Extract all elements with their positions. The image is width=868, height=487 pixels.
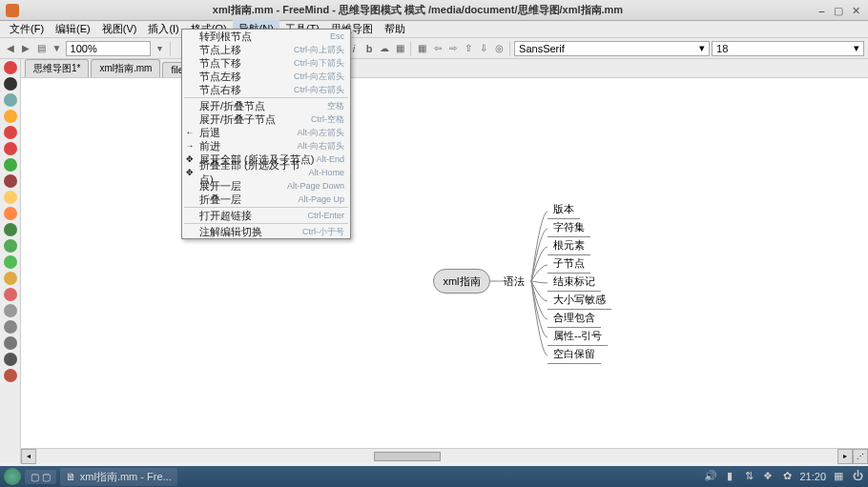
arrow-up-icon[interactable]: ⇧ <box>462 41 475 56</box>
resize-grip-icon[interactable]: ⋰ <box>853 449 868 464</box>
menu-item-shortcut: Alt-向右箭头 <box>298 140 345 152</box>
zoom-combo[interactable]: 100% <box>66 41 152 56</box>
color-icon[interactable]: ▦ <box>393 41 406 56</box>
menu-item-0-2[interactable]: 节点下移Ctrl-向下箭头 <box>182 56 350 70</box>
child-node-0[interactable]: 版本 <box>548 200 580 219</box>
menu-item-1-3[interactable]: →前进Alt-向右箭头 <box>182 139 350 152</box>
minimize-icon[interactable]: ‒ <box>815 4 828 17</box>
menu-item-0-0[interactable]: 转到根节点Esc <box>182 30 350 43</box>
horizontal-scrollbar[interactable]: ◂ ▸ ⋰ <box>21 448 868 463</box>
palette-icon-12[interactable] <box>4 255 17 269</box>
menu-item-label: 打开超链接 <box>199 209 307 223</box>
font-name-combo[interactable]: SansSerif▾ <box>514 41 710 56</box>
menu-8[interactable]: 帮助 <box>379 20 411 38</box>
palette-icon-13[interactable] <box>4 272 17 285</box>
tab-1[interactable]: xml指南.mm <box>91 59 160 77</box>
center-icon[interactable]: ◎ <box>492 41 506 56</box>
menu-item-3-0[interactable]: 注解编辑切换Ctrl-小于号 <box>182 225 350 238</box>
zoom-drop-icon[interactable]: ▾ <box>153 41 166 56</box>
menu-item-shortcut: Ctrl-向上箭头 <box>294 44 344 56</box>
menu-item-1-5[interactable]: ✥折叠全部 (所选及子节点)Alt-Home <box>182 166 350 179</box>
palette-icon-15[interactable] <box>4 304 17 317</box>
menu-item-1-1[interactable]: 展开/折叠子节点Ctrl-空格 <box>182 112 350 126</box>
menu-2[interactable]: 视图(V) <box>96 20 143 38</box>
menu-item-label: 节点上移 <box>199 43 294 57</box>
palette-icon-18[interactable] <box>4 353 17 366</box>
menu-item-shortcut: Alt-Page Up <box>298 194 344 204</box>
menu-item-1-6[interactable]: 展开一层Alt-Page Down <box>182 179 350 193</box>
child-node-1[interactable]: 字符集 <box>548 218 590 237</box>
menu-item-0-3[interactable]: 节点左移Ctrl-向左箭头 <box>182 70 350 83</box>
child-node-3[interactable]: 子节点 <box>548 254 590 274</box>
palette-icon-16[interactable] <box>4 320 17 334</box>
branch-label[interactable]: 语法 <box>504 274 525 289</box>
app-logo-icon <box>6 4 19 17</box>
menu-0[interactable]: 文件(F) <box>4 20 50 38</box>
palette-icon-2[interactable] <box>4 93 17 107</box>
palette-icon-14[interactable] <box>4 288 17 301</box>
arrow-left-icon[interactable]: ⇦ <box>430 41 444 56</box>
child-node-2[interactable]: 根元素 <box>548 236 590 255</box>
palette-icon-19[interactable] <box>4 369 17 382</box>
palette-icon-3[interactable] <box>4 110 17 123</box>
child-node-4[interactable]: 结束标记 <box>548 273 601 292</box>
network-icon[interactable]: ⇅ <box>742 470 755 483</box>
menu-item-1-7[interactable]: 折叠一层Alt-Page Up <box>182 193 350 206</box>
menu-item-0-4[interactable]: 节点右移Ctrl-向右箭头 <box>182 83 350 96</box>
sound-icon[interactable]: 🔊 <box>704 470 717 483</box>
palette-icon-11[interactable] <box>4 239 17 253</box>
palette-icon-0[interactable] <box>4 61 17 74</box>
palette-icon-4[interactable] <box>4 126 17 139</box>
battery-icon[interactable]: ▮ <box>723 470 736 483</box>
palette-icon-6[interactable] <box>4 158 17 172</box>
calendar-icon[interactable]: ▦ <box>832 470 845 483</box>
maximize-icon[interactable]: ▢ <box>832 4 845 17</box>
doc-icon[interactable]: ▤ <box>34 41 48 56</box>
filter-icon[interactable]: ▼ <box>50 41 63 56</box>
edges <box>21 78 860 448</box>
menu-1[interactable]: 编辑(E) <box>50 20 96 38</box>
scroll-right-icon[interactable]: ▸ <box>837 449 853 464</box>
tray-icon-2[interactable]: ✿ <box>780 470 794 483</box>
nav-fwd-icon[interactable]: ▶ <box>19 41 32 56</box>
app-icon: 🗎 <box>66 471 76 482</box>
scroll-thumb[interactable] <box>374 452 441 461</box>
palette-icon-10[interactable] <box>4 223 17 236</box>
bold-button[interactable]: b <box>362 41 376 56</box>
palette-icon-1[interactable] <box>4 77 17 91</box>
start-button[interactable] <box>4 468 21 485</box>
menu-item-shortcut: Esc <box>330 31 344 41</box>
menu-3[interactable]: 插入(I) <box>142 20 184 38</box>
menu-item-2-0[interactable]: 打开超链接Ctrl-Enter <box>182 209 350 222</box>
child-node-6[interactable]: 合理包含 <box>548 309 601 328</box>
scroll-left-icon[interactable]: ◂ <box>21 449 36 464</box>
root-node[interactable]: xml指南 <box>433 269 490 294</box>
close-icon[interactable]: ✕ <box>849 4 862 17</box>
grid-icon[interactable]: ▦ <box>415 41 428 56</box>
menu-item-shortcut: Ctrl-向右箭头 <box>294 84 344 96</box>
taskbar-app[interactable]: 🗎 xml指南.mm - Fre... <box>60 468 177 486</box>
mindmap-canvas[interactable]: xml指南 语法 版本字符集根元素子节点结束标记大小写敏感合理包含属性--引号空… <box>21 78 868 448</box>
font-size-combo[interactable]: 18▾ <box>712 41 864 56</box>
arrow-right-icon[interactable]: ⇨ <box>446 41 460 56</box>
child-node-8[interactable]: 空白保留 <box>548 345 601 364</box>
power-icon[interactable]: ⏻ <box>851 470 864 483</box>
clock[interactable]: 21:20 <box>799 471 826 482</box>
cloud-icon[interactable]: ☁ <box>378 41 391 56</box>
palette-icon-8[interactable] <box>4 191 17 204</box>
palette-icon-7[interactable] <box>4 174 17 188</box>
nav-back-icon[interactable]: ◀ <box>4 41 17 56</box>
menu-item-1-0[interactable]: 展开/折叠节点空格 <box>182 99 350 112</box>
child-node-5[interactable]: 大小写敏感 <box>548 291 611 310</box>
tray-icon-1[interactable]: ❖ <box>761 470 775 483</box>
palette-icon-9[interactable] <box>4 207 17 220</box>
child-node-7[interactable]: 属性--引号 <box>548 327 608 346</box>
menu-item-1-2[interactable]: ←后退Alt-向左箭头 <box>182 126 350 139</box>
pager[interactable]: ▢ ▢ <box>25 470 56 484</box>
arrow-down-icon[interactable]: ⇩ <box>477 41 490 56</box>
tab-0[interactable]: 思维导图1* <box>25 59 89 77</box>
navigate-menu-dropdown: 转到根节点Esc节点上移Ctrl-向上箭头节点下移Ctrl-向下箭头节点左移Ct… <box>181 29 351 239</box>
palette-icon-17[interactable] <box>4 336 17 350</box>
menu-item-0-1[interactable]: 节点上移Ctrl-向上箭头 <box>182 43 350 56</box>
palette-icon-5[interactable] <box>4 142 17 155</box>
